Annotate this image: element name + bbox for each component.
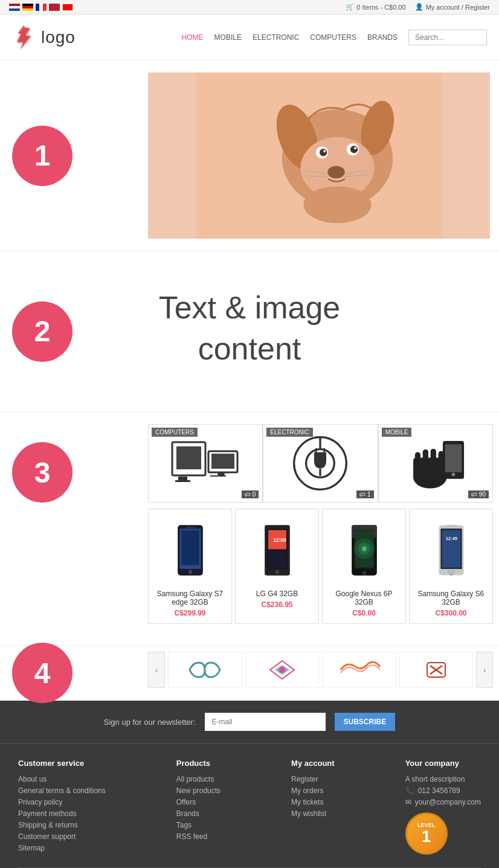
- hero-banner: [148, 72, 490, 239]
- user-icon: 👤: [415, 3, 423, 11]
- nav-brands[interactable]: BRANDS: [367, 33, 398, 42]
- product-card-2[interactable]: Google Nexus 6P 32GB C$0.00: [322, 509, 406, 624]
- footer-products-heading: Products: [176, 759, 221, 768]
- section-brands: 4 ‹: [0, 646, 499, 701]
- footer-link-new-products[interactable]: New products: [176, 786, 221, 795]
- footer-link-customer-support[interactable]: Customer support: [18, 832, 106, 841]
- phone-icon: 📞: [405, 786, 414, 795]
- phone-s7-icon: [175, 520, 205, 580]
- logo[interactable]: logo: [12, 24, 76, 51]
- brand-logo-0: [181, 658, 229, 682]
- flag-de[interactable]: [22, 4, 33, 11]
- category-cards: COMPUTERS 🏷 0 ELECTRONIC: [148, 424, 493, 503]
- footer-link-wishlist[interactable]: My wishlist: [291, 809, 335, 818]
- svg-rect-38: [445, 445, 462, 472]
- svg-rect-18: [176, 446, 201, 469]
- footer-phone: 📞 012 3456789: [405, 786, 481, 795]
- section-hero: 1: [0, 60, 499, 251]
- footer-link-rss[interactable]: RSS feed: [176, 832, 221, 841]
- newsletter-email-input[interactable]: [205, 713, 326, 731]
- footer-link-shipping[interactable]: Shipping & returns: [18, 821, 106, 829]
- svg-rect-23: [217, 473, 225, 475]
- footer-link-tags[interactable]: Tags: [176, 821, 221, 829]
- newsletter-subscribe-button[interactable]: SUBSCRIBE: [335, 713, 396, 731]
- account-info[interactable]: 👤 My account / Register: [415, 3, 490, 11]
- svg-point-9: [350, 146, 358, 153]
- carousel-next-button[interactable]: ›: [476, 652, 493, 688]
- brands-carousel: ‹: [148, 652, 493, 688]
- electronic-count: 🏷 1: [356, 490, 374, 498]
- flag-ca[interactable]: [62, 4, 73, 11]
- footer-link-payment-methods[interactable]: Payment methods: [18, 809, 106, 818]
- footer-link-orders[interactable]: My orders: [291, 786, 335, 795]
- nav-mobile[interactable]: MOBILE: [214, 33, 242, 42]
- search-input[interactable]: [408, 30, 487, 45]
- main-nav: HOME MOBILE ELECTRONIC COMPUTERS BRANDS: [182, 30, 487, 45]
- category-electronic[interactable]: ELECTRONIC 🏷 1: [263, 424, 378, 503]
- footer-company: Your company A short description 📞 012 3…: [405, 759, 481, 855]
- footer-company-heading: Your company: [405, 759, 481, 768]
- logo-icon: [12, 24, 36, 51]
- language-flags[interactable]: [9, 4, 73, 11]
- product-card-1[interactable]: 12:00 LG G4 32GB C$236.95: [235, 509, 319, 624]
- footer-link-offers[interactable]: Offers: [176, 798, 221, 806]
- brand-item-0[interactable]: [168, 652, 242, 688]
- svg-point-61: [361, 546, 366, 551]
- product-price-2: C$0.00: [329, 609, 399, 617]
- svg-rect-33: [415, 452, 420, 463]
- email-icon: ✉: [405, 798, 411, 806]
- brand-logo-1: [258, 658, 306, 682]
- brand-item-1[interactable]: [245, 652, 320, 688]
- footer-link-about[interactable]: About us: [18, 775, 106, 783]
- carousel-prev-button[interactable]: ‹: [148, 652, 165, 688]
- footer-link-register[interactable]: Register: [291, 775, 335, 783]
- footer-company-description: A short description: [405, 775, 481, 783]
- product-image-2: [329, 515, 399, 585]
- svg-text:12:00: 12:00: [273, 537, 286, 543]
- flag-nl[interactable]: [9, 4, 20, 11]
- svg-point-7: [323, 150, 326, 152]
- product-image-3: 12:45: [416, 515, 486, 585]
- svg-rect-24: [210, 475, 226, 477]
- footer-link-tickets[interactable]: My tickets: [291, 798, 335, 806]
- section-products: 3 COMPUTERS 🏷 0: [0, 412, 499, 646]
- footer-my-account: My account Register My orders My tickets…: [291, 759, 335, 855]
- category-mobile[interactable]: MOBILE 🏷 90: [378, 424, 493, 503]
- svg-rect-34: [423, 449, 428, 461]
- newsletter-label: Sign up for our newsletter:: [104, 718, 196, 727]
- flag-fr[interactable]: [36, 4, 47, 11]
- flag-us[interactable]: [49, 4, 60, 11]
- product-price-3: C$300.00: [416, 609, 486, 617]
- product-card-3[interactable]: 12:45 Samsung Galaxy S6 32GB C$300.00: [409, 509, 493, 624]
- product-name-3: Samsung Galaxy S6 32GB: [416, 590, 486, 606]
- mobile-badge: MOBILE: [382, 428, 412, 437]
- products-area: COMPUTERS 🏷 0 ELECTRONIC: [148, 424, 493, 624]
- badge-2: 2: [12, 301, 72, 362]
- brand-item-2[interactable]: [322, 652, 396, 688]
- footer-link-terms[interactable]: General terms & conditions: [18, 786, 106, 795]
- footer-link-all-products[interactable]: All products: [176, 775, 221, 783]
- svg-point-42: [188, 570, 192, 574]
- nav-computers[interactable]: COMPUTERS: [310, 33, 356, 42]
- top-bar: 🛒 0 Items - C$0.00 👤 My account / Regist…: [0, 0, 499, 14]
- product-image-1: 12:00: [242, 515, 312, 585]
- product-cards: Samsung Galaxy S7 edge 32GB C$299.99: [148, 509, 493, 624]
- category-computers[interactable]: COMPUTERS 🏷 0: [148, 424, 263, 503]
- brand-item-3[interactable]: [399, 652, 474, 688]
- top-bar-right: 🛒 0 Items - C$0.00 👤 My account / Regist…: [346, 3, 490, 11]
- account-text: My account / Register: [426, 4, 490, 11]
- nav-electronic[interactable]: ELECTRONIC: [253, 33, 299, 42]
- product-price-0: C$299.99: [155, 609, 225, 617]
- footer-link-privacy[interactable]: Privacy policy: [18, 798, 106, 806]
- brands-area: [168, 652, 473, 688]
- cart-info[interactable]: 🛒 0 Items - C$0.00: [346, 3, 405, 11]
- footer-link-brands[interactable]: Brands: [176, 809, 221, 818]
- brand-logo-3: [412, 658, 460, 682]
- dog-svg: [150, 72, 488, 239]
- product-card-0[interactable]: Samsung Galaxy S7 edge 32GB C$299.99: [148, 509, 232, 624]
- footer-columns: Customer service About us General terms …: [18, 759, 481, 855]
- footer-link-sitemap[interactable]: Sitemap: [18, 844, 106, 852]
- level-badge: LEVEL 1: [405, 812, 448, 855]
- nav-home[interactable]: HOME: [182, 33, 204, 42]
- svg-point-74: [279, 667, 285, 673]
